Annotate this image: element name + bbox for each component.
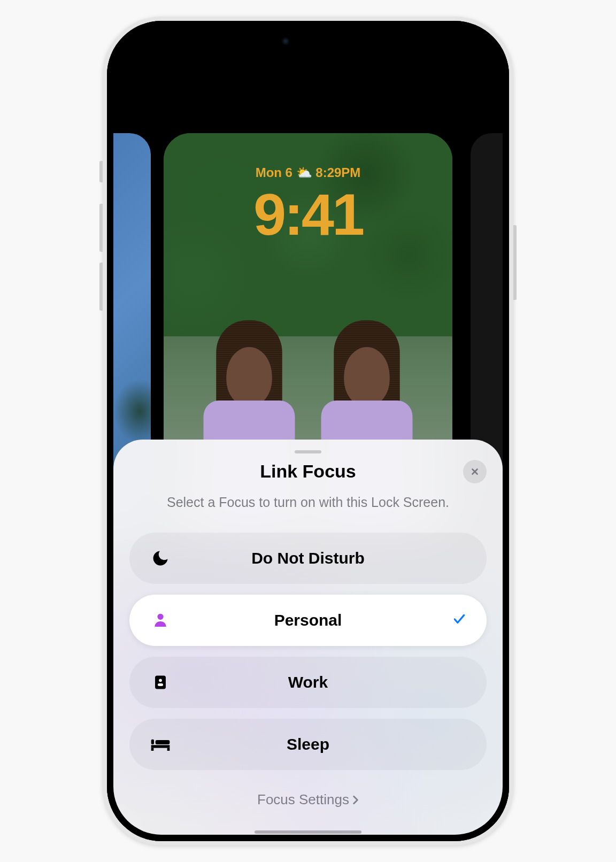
link-focus-sheet: Link Focus Select a Focus to turn on wit… <box>113 440 503 835</box>
chevron-right-icon <box>352 795 359 805</box>
focus-option-do-not-disturb[interactable]: Do Not Disturb <box>129 533 487 584</box>
power-button <box>513 225 517 300</box>
sheet-grabber[interactable] <box>295 450 321 453</box>
close-icon <box>470 467 480 476</box>
sheet-header: Link Focus <box>129 461 487 482</box>
phone-frame: Mon 6 ⛅ 8:29PM 9:41 <box>103 17 513 845</box>
lockscreen-time: 9:41 <box>164 180 452 248</box>
focus-list: Do Not Disturb Personal <box>129 533 487 770</box>
focus-label: Personal <box>150 611 466 629</box>
sheet-title: Link Focus <box>260 461 356 482</box>
volume-down-button <box>99 263 103 311</box>
sheet-subtitle: Select a Focus to turn on with this Lock… <box>129 495 487 510</box>
focus-settings-label: Focus Settings <box>257 791 349 808</box>
mute-switch <box>99 161 103 182</box>
focus-option-sleep[interactable]: Sleep <box>129 719 487 770</box>
phone-screen: Mon 6 ⛅ 8:29PM 9:41 <box>107 21 509 841</box>
screen-content: Mon 6 ⛅ 8:29PM 9:41 <box>107 21 509 841</box>
focus-label: Work <box>150 673 466 691</box>
lockscreen-date: Mon 6 ⛅ 8:29PM <box>164 165 452 180</box>
close-button[interactable] <box>463 460 487 483</box>
checkmark-icon <box>452 612 466 628</box>
focus-option-work[interactable]: Work <box>129 657 487 708</box>
focus-option-personal[interactable]: Personal <box>129 595 487 646</box>
display-notch <box>238 27 378 51</box>
focus-label: Do Not Disturb <box>150 549 466 567</box>
focus-label: Sleep <box>150 735 466 753</box>
home-indicator[interactable] <box>255 830 361 834</box>
volume-up-button <box>99 204 103 252</box>
focus-settings-link[interactable]: Focus Settings <box>129 791 487 808</box>
